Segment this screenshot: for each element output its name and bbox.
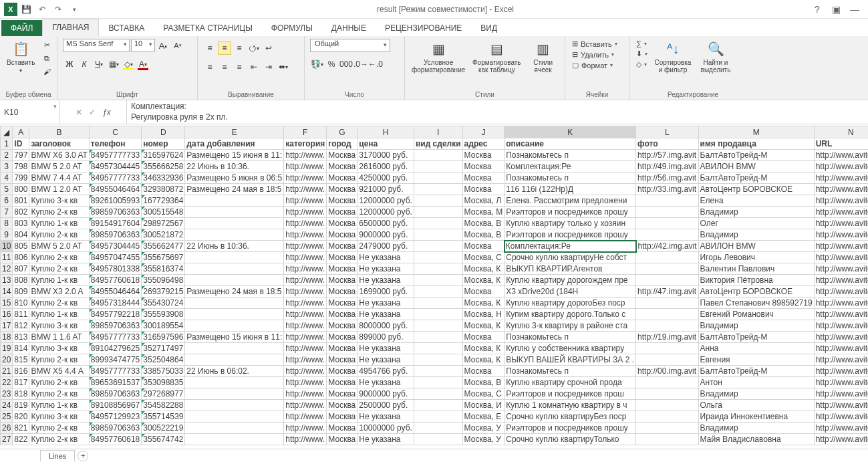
grid-cell[interactable]: Куплю 2-к кв	[29, 298, 89, 309]
grid-cell[interactable]: Москва	[327, 309, 357, 320]
grid-cell[interactable]	[414, 286, 462, 298]
grid-cell[interactable]: Не указана	[357, 343, 414, 354]
header-cell[interactable]: цена	[357, 138, 414, 150]
grid-cell[interactable]: 22 Июнь в 10:36.	[185, 241, 284, 252]
row-header[interactable]: 15	[1, 298, 13, 309]
grid-cell[interactable]: Москва, У	[462, 423, 504, 434]
grid-cell[interactable]	[636, 309, 699, 320]
grid-cell[interactable]: http://www.	[284, 252, 327, 263]
grid-cell[interactable]	[185, 320, 284, 332]
grid-cell[interactable]: Москва	[327, 388, 357, 400]
row-header[interactable]: 21	[1, 366, 13, 377]
column-header[interactable]: E	[185, 126, 284, 138]
grid-cell[interactable]	[414, 172, 462, 184]
grid-cell[interactable]: Москва, К	[462, 275, 504, 286]
grid-cell[interactable]: Майя Владиславовна	[698, 434, 814, 445]
grid-cell[interactable]: Куплю 1-к кв	[29, 275, 89, 286]
grid-cell[interactable]	[414, 252, 462, 263]
header-cell[interactable]: имя продавца	[698, 138, 814, 150]
grid-cell[interactable]: Москва	[327, 229, 357, 241]
grid-cell[interactable]	[636, 343, 699, 354]
grid-cell[interactable]: 806	[13, 252, 29, 263]
enter-formula-icon[interactable]: ✓	[89, 108, 96, 117]
grid-cell[interactable]	[414, 218, 462, 229]
grid-cell[interactable]	[185, 275, 284, 286]
comma-format-icon[interactable]: 000	[339, 57, 353, 71]
header-cell[interactable]: описание	[504, 138, 636, 150]
grid-cell[interactable]	[414, 184, 462, 195]
grid-cell[interactable]: Москва, К	[462, 263, 504, 275]
grid-cell[interactable]: 12000000 руб.	[357, 195, 414, 207]
grid-cell[interactable]: Анна	[698, 343, 814, 354]
grid-cell[interactable]	[185, 309, 284, 320]
insert-cells-button[interactable]: ⊞Вставить▾	[571, 39, 619, 49]
grid-cell[interactable]: Куплю 1-к кв	[29, 400, 89, 411]
grid-cell[interactable]: Москва, М	[462, 207, 504, 218]
grid-cell[interactable]	[185, 343, 284, 354]
column-header[interactable]: D	[142, 126, 185, 138]
increase-font-icon[interactable]: A▴	[156, 39, 170, 52]
grid-cell[interactable]: Познакомьтесь п	[504, 332, 636, 343]
grid-cell[interactable]: Москва, Н	[462, 309, 504, 320]
undo-icon[interactable]: ↶	[35, 2, 49, 17]
grid-cell[interactable]: Владимир	[698, 207, 814, 218]
grid-cell[interactable]	[414, 207, 462, 218]
grid-cell[interactable]: 352717497	[142, 343, 185, 354]
column-header[interactable]: M	[698, 126, 814, 138]
grid-cell[interactable]: http://www.avito.ru/r	[814, 263, 868, 275]
grid-cell[interactable]	[636, 263, 699, 275]
grid-cell[interactable]: Не указана	[357, 309, 414, 320]
grid-cell[interactable]: BMW 1 2.0 AT	[29, 184, 89, 195]
grid-cell[interactable]: http://www.avito.ru/r	[814, 207, 868, 218]
grid-cell[interactable]: 822	[13, 434, 29, 445]
align-top-icon[interactable]: ≡	[203, 41, 216, 55]
grid-cell[interactable]: Куплю 1-к кв	[29, 309, 89, 320]
grid-cell[interactable]: Москва, К	[462, 354, 504, 366]
grid-cell[interactable]: Москва, Е	[462, 411, 504, 423]
grid-cell[interactable]: http://56.img.avit	[636, 172, 699, 184]
grid-cell[interactable]: 802	[13, 207, 29, 218]
header-cell[interactable]: адрес	[462, 138, 504, 150]
format-as-table-button[interactable]: ▤Форматировать как таблицу	[470, 39, 523, 75]
grid-cell[interactable]: 815	[13, 354, 29, 366]
grid-cell[interactable]: http://www.	[284, 263, 327, 275]
help-icon[interactable]: ?	[809, 4, 825, 15]
grid-cell[interactable]: 355666258	[142, 161, 185, 172]
sort-filter-button[interactable]: ᴬ↓Сортировка и фильтр	[653, 39, 693, 75]
grid-cell[interactable]	[636, 434, 699, 445]
grid-cell[interactable]: 300522219	[142, 423, 185, 434]
grid-cell[interactable]: BMW Х5 4.4 A	[29, 366, 89, 377]
grid-cell[interactable]: 2616000 руб.	[357, 161, 414, 172]
grid-cell[interactable]: BMW X3 2.0 A	[29, 286, 89, 298]
grid-cell[interactable]	[414, 263, 462, 275]
grid-cell[interactable]: http://www.avito.ru/r	[814, 218, 868, 229]
grid-cell[interactable]: Москва	[462, 332, 504, 343]
grid-cell[interactable]: Москва	[327, 275, 357, 286]
grid-cell[interactable]: БалтАвтоТрейд-М	[698, 150, 814, 161]
grid-cell[interactable]: АВИЛОН BMW	[698, 161, 814, 172]
grid-cell[interactable]: Елена	[698, 195, 814, 207]
grid-cell[interactable]: http://www.	[284, 411, 327, 423]
grid-cell[interactable]	[185, 388, 284, 400]
spreadsheet-grid[interactable]: ◢ABCDEFGHIJKLMNO 1IDзаголовоктелефонноме…	[0, 126, 868, 445]
grid-cell[interactable]: 84955046464	[89, 184, 141, 195]
grid-cell[interactable]: http://www.	[284, 207, 327, 218]
grid-cell[interactable]: http://www.	[284, 320, 327, 332]
grid-cell[interactable]: 354582288	[142, 400, 185, 411]
grid-cell[interactable]: http://www.	[284, 332, 327, 343]
grid-cell[interactable]: АвтоЦентр БОРОВСКОЕ	[698, 184, 814, 195]
grid-cell[interactable]: 8000000 руб.	[357, 320, 414, 332]
row-header[interactable]: 26	[1, 423, 13, 434]
grid-cell[interactable]: Владимир	[698, 320, 814, 332]
tab-home[interactable]: ГЛАВНАЯ	[42, 19, 99, 36]
autosum-button[interactable]: ∑▾	[635, 39, 649, 48]
grid-cell[interactable]	[185, 229, 284, 241]
grid-cell[interactable]: 346332936	[142, 172, 185, 184]
grid-cell[interactable]: http://57.img.avit	[636, 150, 699, 161]
grid-cell[interactable]: 89859706363	[89, 388, 141, 400]
grid-cell[interactable]: 810	[13, 298, 29, 309]
minimize-icon[interactable]: —	[847, 4, 863, 15]
grid-cell[interactable]: 300515548	[142, 207, 185, 218]
grid-cell[interactable]: Куплю 3-к кв	[29, 320, 89, 332]
grid-cell[interactable]: http://www.avito.ru/r	[814, 275, 868, 286]
